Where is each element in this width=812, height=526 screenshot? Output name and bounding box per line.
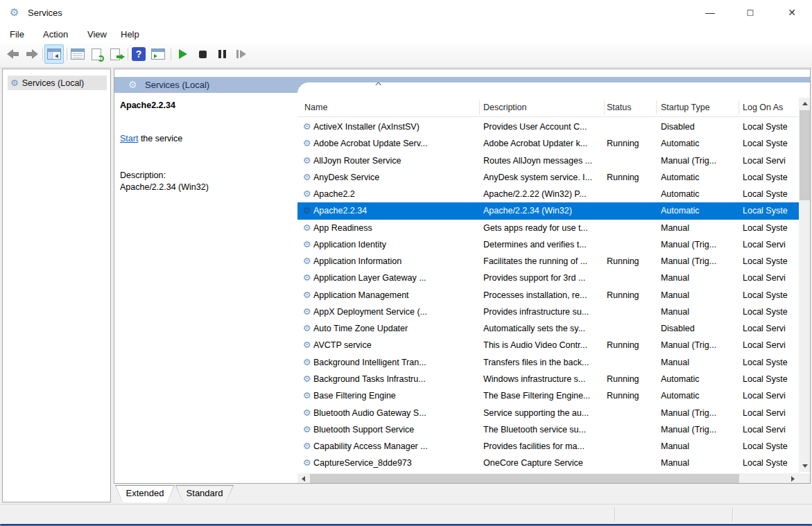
stop-service-button[interactable]	[194, 46, 211, 62]
scroll-right-button[interactable]	[787, 473, 799, 484]
menu-file[interactable]: File	[6, 28, 28, 42]
cell-logon: Local Syste	[743, 354, 799, 371]
play-icon	[179, 49, 187, 59]
scroll-up-button[interactable]	[799, 98, 811, 109]
cell-logon: Local Syste	[743, 119, 799, 135]
cell-logon: Local Servi	[743, 270, 799, 286]
gear-icon: ⚙	[301, 270, 313, 286]
table-row[interactable]: ⚙Bluetooth Audio Gateway S...Service sup…	[297, 405, 799, 421]
export-list-button[interactable]	[107, 46, 123, 62]
table-row[interactable]: ⚙AppX Deployment Service (...Provides in…	[297, 304, 799, 320]
column-header-status[interactable]: Status	[607, 98, 631, 117]
table-row[interactable]: ⚙Application Layer Gateway ...Provides s…	[297, 270, 799, 286]
title-bar: ⚙ Services — ◻ ✕	[0, 0, 812, 26]
start-service-button[interactable]	[175, 46, 191, 62]
tab-standard[interactable]: Standard	[175, 485, 234, 502]
extended-header-label: Services (Local)	[145, 80, 209, 90]
table-row[interactable]: ⚙App ReadinessGets apps ready for use t.…	[297, 220, 799, 236]
tree-item-services-local[interactable]: ⚙ Services (Local)	[8, 76, 107, 90]
menu-help[interactable]: Help	[116, 28, 144, 42]
table-row[interactable]: ⚙AllJoyn Router ServiceRoutes AllJoyn me…	[297, 152, 799, 169]
forward-button[interactable]	[24, 46, 40, 62]
cell-name: Base Filtering Engine	[313, 387, 478, 404]
window-title: Services	[28, 8, 62, 18]
cell-logon: Local Servi	[743, 405, 799, 421]
cell-name: Application Identity	[313, 236, 478, 253]
console-tree-icon	[47, 49, 61, 60]
cell-stype: Automatic	[661, 371, 734, 387]
cell-desc: OneCore Capture Service	[483, 455, 603, 471]
cell-stat: Running	[607, 287, 653, 304]
maximize-button[interactable]: ◻	[731, 0, 770, 25]
table-row[interactable]: ⚙AnyDesk ServiceAnyDesk system service. …	[297, 169, 799, 186]
cell-desc: Provides infrastructure su...	[483, 304, 603, 320]
help-button[interactable]: ?	[130, 46, 147, 62]
table-row[interactable]: ⚙Application IdentityDetermines and veri…	[297, 236, 799, 253]
gear-icon: ⚙	[301, 337, 313, 353]
table-row[interactable]: ⚙Background Tasks Infrastru...Windows in…	[297, 371, 799, 387]
scroll-up-icon	[802, 102, 808, 105]
start-service-link[interactable]: Start	[120, 134, 138, 143]
column-header-name[interactable]: Name	[304, 98, 327, 117]
restart-service-button[interactable]	[233, 46, 250, 62]
tab-label: Standard	[175, 485, 234, 502]
column-header-log-on-as[interactable]: Log On As	[743, 98, 783, 117]
table-row[interactable]: ⚙Apache2.2.34Apache/2.2.34 (Win32)Automa…	[297, 202, 799, 219]
gear-icon: ⚙	[301, 186, 313, 202]
table-row[interactable]: ⚙Capability Access Manager ...Provides f…	[297, 438, 799, 455]
table-row[interactable]: ⚙CaptureService_8dde973OneCore Capture S…	[297, 455, 799, 471]
cell-stype: Automatic	[661, 387, 734, 404]
vertical-scrollbar[interactable]	[799, 98, 811, 472]
back-button[interactable]	[4, 46, 21, 62]
horizontal-scroll-thumb[interactable]	[310, 474, 739, 484]
cell-desc: Adobe Acrobat Updater k...	[483, 135, 603, 152]
pause-service-button[interactable]	[214, 46, 230, 62]
minimize-button[interactable]: —	[691, 0, 729, 25]
table-row[interactable]: ⚙Apache2.2Apache/2.2.22 (Win32) P...Auto…	[297, 186, 799, 202]
menu-view[interactable]: View	[83, 28, 111, 42]
refresh-button[interactable]	[88, 46, 105, 62]
cell-stype: Manual (Trig...	[661, 405, 734, 421]
scroll-left-icon	[302, 476, 305, 482]
cell-name: App Readiness	[313, 220, 478, 236]
table-row[interactable]: ⚙Auto Time Zone UpdaterAutomatically set…	[297, 320, 799, 337]
scroll-left-button[interactable]	[297, 473, 309, 484]
table-row[interactable]: ⚙Bluetooth Support ServiceThe Bluetooth …	[297, 421, 799, 438]
table-row[interactable]: ⚙Background Intelligent Tran...Transfers…	[297, 354, 799, 371]
column-header-startup-type[interactable]: Startup Type	[661, 98, 710, 117]
refresh-icon	[92, 49, 101, 60]
cell-stat	[607, 320, 653, 337]
cell-stype: Automatic	[661, 135, 734, 152]
table-row[interactable]: ⚙Adobe Acrobat Update Serv...Adobe Acrob…	[297, 135, 799, 152]
properties-button[interactable]	[69, 46, 86, 62]
show-hide-console-tree-button[interactable]	[44, 44, 64, 64]
export-list-icon	[110, 49, 120, 60]
gear-icon: ⚙	[301, 405, 313, 421]
tab-extended[interactable]: Extended	[115, 485, 175, 502]
menu-action[interactable]: Action	[39, 28, 72, 42]
scroll-down-button[interactable]	[799, 460, 811, 472]
table-row[interactable]: ⚙Base Filtering EngineThe Base Filtering…	[297, 387, 799, 404]
gear-icon: ⚙	[301, 421, 313, 438]
table-row[interactable]: ⚙AVCTP serviceThis is Audio Video Contr.…	[297, 337, 799, 353]
cell-stat	[607, 186, 653, 202]
cell-stype: Manual	[661, 354, 734, 371]
cell-name: Application Management	[313, 287, 478, 304]
cell-stat	[607, 455, 653, 471]
table-row[interactable]: ⚙Application InformationFacilitates the …	[297, 253, 799, 270]
table-row[interactable]: ⚙ActiveX Installer (AxInstSV)Provides Us…	[297, 119, 799, 135]
table-row[interactable]: ⚙Application ManagementProcesses install…	[297, 287, 799, 304]
show-hide-action-pane-button[interactable]	[150, 46, 166, 62]
column-header-description[interactable]: Description	[483, 98, 527, 117]
gear-icon: ⚙	[301, 387, 313, 404]
cell-desc: Provides support for 3rd ...	[483, 270, 603, 286]
vertical-scroll-thumb[interactable]	[800, 110, 810, 200]
cell-stat: Running	[607, 387, 653, 404]
horizontal-scrollbar[interactable]	[297, 473, 799, 484]
cell-logon: Local Syste	[743, 438, 799, 455]
close-button[interactable]: ✕	[772, 0, 811, 25]
cell-stat: Running	[607, 169, 653, 186]
restart-icon	[236, 50, 246, 58]
cell-logon: Local Syste	[743, 220, 799, 236]
cell-name: Background Tasks Infrastru...	[313, 371, 478, 387]
